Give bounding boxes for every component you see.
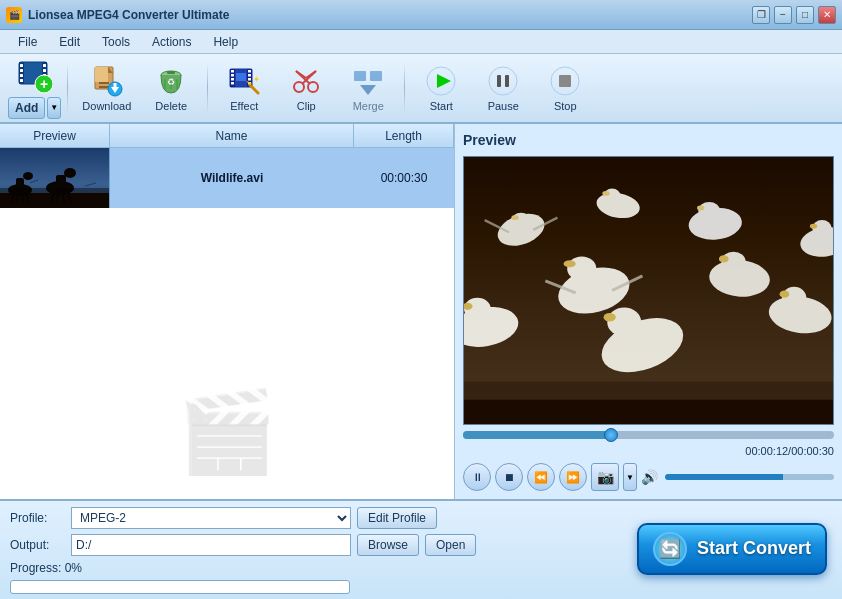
svg-point-85	[698, 202, 720, 219]
svg-point-98	[604, 313, 616, 321]
edit-profile-button[interactable]: Edit Profile	[357, 507, 437, 529]
download-icon	[91, 65, 123, 97]
svg-text:+: +	[40, 76, 48, 92]
svg-line-72	[57, 193, 58, 203]
add-main-btn-row: Add ▼	[8, 97, 61, 119]
start-convert-button[interactable]: 🔄 Start Convert	[637, 523, 827, 575]
snapshot-button[interactable]: 📷	[591, 463, 619, 491]
progress-row: Progress: 0%	[10, 561, 540, 575]
delete-button[interactable]: ♻ Delete	[141, 58, 201, 118]
clip-icon	[290, 65, 322, 97]
output-input[interactable]	[71, 534, 351, 556]
volume-slider[interactable]	[665, 474, 834, 480]
app-icon: 🎬	[6, 7, 22, 23]
svg-rect-110	[464, 400, 833, 424]
clip-button[interactable]: Clip	[276, 58, 336, 118]
browse-button[interactable]: Browse	[357, 534, 419, 556]
add-dropdown-button[interactable]: ▼	[47, 97, 61, 119]
title-bar: 🎬 Lionsea MPEG4 Converter Ultimate ❐ − □…	[0, 0, 842, 30]
file-list-header: Preview Name Length	[0, 124, 454, 148]
open-button[interactable]: Open	[425, 534, 476, 556]
download-button[interactable]: Download	[74, 58, 139, 118]
stop-button[interactable]: Stop	[535, 58, 595, 118]
svg-line-71	[51, 191, 54, 203]
svg-rect-16	[99, 82, 109, 84]
merge-button[interactable]: + Merge	[338, 58, 398, 118]
menu-file[interactable]: File	[8, 33, 47, 51]
svg-rect-30	[231, 70, 234, 73]
add-btn-row: +	[17, 58, 53, 94]
file-list: Preview Name Length	[0, 124, 455, 499]
svg-rect-35	[248, 74, 251, 77]
svg-line-64	[12, 192, 14, 203]
add-label: Add	[15, 101, 38, 115]
menu-actions[interactable]: Actions	[142, 33, 201, 51]
rewind-button[interactable]: ⏪	[527, 463, 555, 491]
svg-rect-34	[248, 70, 251, 73]
file-list-body: Wildlife.avi 00:00:30	[0, 148, 454, 499]
preview-title: Preview	[463, 132, 834, 148]
effect-button[interactable]: ✦ Effect	[214, 58, 274, 118]
merge-label: Merge	[353, 100, 384, 112]
svg-line-39	[250, 85, 258, 93]
preview-panel: Preview	[455, 124, 842, 499]
menu-help[interactable]: Help	[203, 33, 248, 51]
toolbar-sep-1	[67, 63, 68, 113]
start-label: Start	[430, 100, 453, 112]
profile-row: Profile: MPEG-2 Edit Profile	[10, 507, 540, 529]
svg-rect-31	[231, 74, 234, 77]
svg-rect-48	[354, 71, 366, 81]
add-button-group: + Add ▼	[8, 58, 61, 118]
start-button[interactable]: Start	[411, 58, 471, 118]
play-pause-button[interactable]: ⏸	[463, 463, 491, 491]
svg-rect-36	[248, 78, 251, 81]
svg-rect-33	[231, 82, 234, 85]
svg-rect-17	[99, 86, 109, 88]
stop-ctrl-button[interactable]: ⏹	[495, 463, 523, 491]
restore-button[interactable]: ❐	[752, 6, 770, 24]
svg-point-100	[782, 287, 806, 309]
svg-point-97	[607, 307, 641, 336]
pause-button[interactable]: Pause	[473, 58, 533, 118]
profile-select[interactable]: MPEG-2	[71, 507, 351, 529]
svg-text:♻: ♻	[167, 77, 175, 87]
svg-point-63	[23, 172, 33, 180]
preview-seekbar[interactable]	[463, 431, 834, 439]
menu-edit[interactable]: Edit	[49, 33, 90, 51]
volume-dropdown-button[interactable]: ▼	[623, 463, 637, 491]
pause-icon	[487, 65, 519, 97]
svg-point-79	[511, 213, 530, 228]
svg-point-86	[697, 206, 704, 211]
seekbar-thumb[interactable]	[604, 428, 618, 442]
add-button[interactable]: Add	[8, 97, 45, 119]
profile-label: Profile:	[10, 511, 65, 525]
progress-bar-row	[10, 580, 540, 594]
svg-rect-4	[20, 69, 23, 72]
thumbnail-image	[0, 148, 110, 208]
add-icon: +	[17, 58, 53, 94]
stop-label: Stop	[554, 100, 577, 112]
file-length: 00:00:30	[354, 171, 454, 185]
preview-time: 00:00:12/00:00:30	[463, 445, 834, 457]
menu-tools[interactable]: Tools	[92, 33, 140, 51]
seekbar-fill	[463, 431, 611, 439]
svg-point-104	[810, 224, 817, 229]
close-button[interactable]: ✕	[818, 6, 836, 24]
stop-icon	[549, 65, 581, 97]
volume-control: 🔊	[641, 469, 834, 485]
toolbar-sep-2	[207, 63, 208, 113]
svg-line-66	[22, 194, 23, 203]
fast-forward-button[interactable]: ⏩	[559, 463, 587, 491]
minimize-button[interactable]: −	[774, 6, 792, 24]
svg-rect-14	[95, 67, 108, 82]
output-row: Output: Browse Open	[10, 534, 540, 556]
svg-rect-59	[0, 148, 110, 208]
table-row[interactable]: Wildlife.avi 00:00:30	[0, 148, 454, 208]
delete-label: Delete	[155, 100, 187, 112]
menu-bar: File Edit Tools Actions Help	[0, 30, 842, 54]
delete-icon: ♻	[155, 65, 187, 97]
merge-icon: +	[352, 65, 384, 97]
file-thumbnail	[0, 148, 110, 208]
maximize-button[interactable]: □	[796, 6, 814, 24]
svg-rect-25	[167, 71, 175, 74]
